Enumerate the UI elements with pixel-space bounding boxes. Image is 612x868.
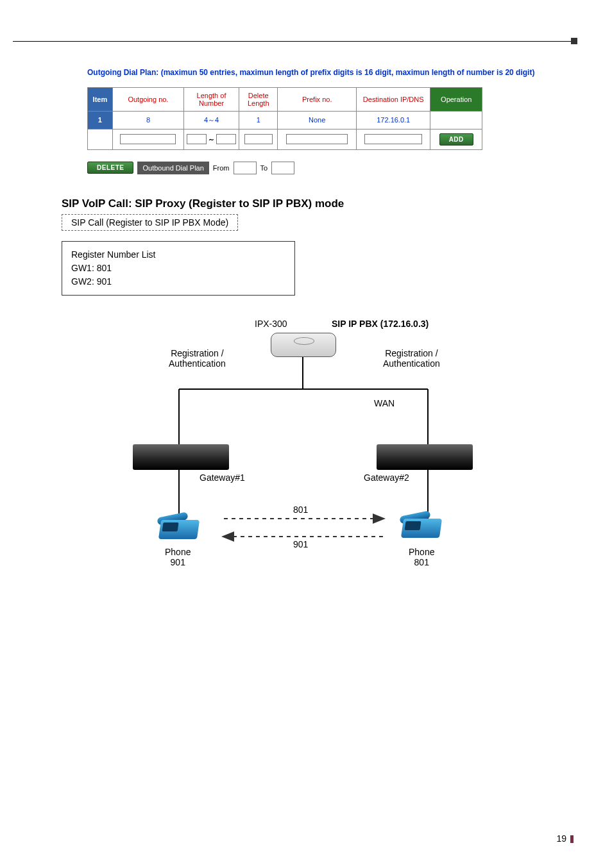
delete-button[interactable]: DELETE xyxy=(87,162,133,174)
add-button[interactable]: ADD xyxy=(439,133,473,146)
col-length: Length of Number xyxy=(184,87,239,111)
col-dest: Destination IP/DNS xyxy=(356,87,430,111)
length-min-input[interactable] xyxy=(187,134,207,144)
cell-dest: 172.16.0.1 xyxy=(356,111,430,129)
col-item: Item xyxy=(88,87,113,111)
col-outgoing: Outgoing no. xyxy=(112,87,183,111)
outgoing-input[interactable] xyxy=(120,134,176,144)
pbx-device-icon xyxy=(271,333,336,357)
cell-length: 4～4 xyxy=(184,111,239,129)
delete-length-input[interactable] xyxy=(244,134,273,144)
to-label: To xyxy=(260,164,268,172)
num-901: 901 xyxy=(293,539,308,549)
col-operation: Operation xyxy=(430,87,482,111)
prefix-input[interactable] xyxy=(286,134,348,144)
reg-auth-right: Registration / Authentication xyxy=(383,348,440,369)
delete-range-controls: DELETE Outbound Dial Plan From To xyxy=(87,162,548,174)
phone1-icon xyxy=(160,520,201,543)
cell-prefix: None xyxy=(278,111,357,129)
page-top-rule xyxy=(13,41,577,42)
gateway1-icon xyxy=(133,444,229,470)
cell-outgoing: 8 xyxy=(112,111,183,129)
col-delete: Delete Length xyxy=(239,87,277,111)
outbound-plan-label: Outbound Dial Plan xyxy=(137,162,208,174)
wan-label: WAN xyxy=(374,398,395,408)
reg-gw1: GW1: 801 xyxy=(71,262,285,275)
table-input-row: ～ ADD xyxy=(88,129,482,149)
length-max-input[interactable] xyxy=(216,134,236,144)
reg-list-title: Register Number List xyxy=(71,248,285,262)
sip-call-box: SIP Call (Register to SIP IP PBX Mode) xyxy=(62,214,238,231)
dial-plan-table: Item Outgoing no. Length of Number Delet… xyxy=(87,87,482,150)
table-header-row: Item Outgoing no. Length of Number Delet… xyxy=(88,87,482,111)
from-label: From xyxy=(213,164,230,172)
network-diagram: IPX-300 SIP IP PBX (172.16.0.3) Registra… xyxy=(101,319,511,594)
destination-input[interactable] xyxy=(364,134,423,144)
from-input[interactable] xyxy=(234,162,257,174)
cell-delete: 1 xyxy=(239,111,277,129)
gw2-label: Gateway#2 xyxy=(364,472,409,483)
table-row: 1 8 4～4 1 None 172.16.0.1 xyxy=(88,111,482,129)
reg-auth-left: Registration / Authentication xyxy=(169,348,226,369)
col-prefix: Prefix no. xyxy=(278,87,357,111)
gw1-label: Gateway#1 xyxy=(200,472,245,483)
pbx-label: SIP IP PBX (172.16.0.3) xyxy=(332,319,429,329)
reg-gw2: GW2: 901 xyxy=(71,275,285,288)
phone1-label: Phone 901 xyxy=(165,547,191,567)
phone2-label: Phone 801 xyxy=(409,547,434,567)
to-input[interactable] xyxy=(271,162,294,174)
register-list-box: Register Number List GW1: 801 GW2: 901 xyxy=(62,241,295,296)
gateway2-icon xyxy=(377,444,473,470)
phone2-icon xyxy=(402,519,444,542)
tilde-separator: ～ xyxy=(208,135,215,144)
cell-item: 1 xyxy=(88,111,113,129)
ipx-label: IPX-300 xyxy=(255,319,287,329)
dial-plan-caption: Outgoing Dial Plan: (maximun 50 entries,… xyxy=(87,67,548,78)
section-heading: SIP VoIP Call: SIP Proxy (Register to SI… xyxy=(62,197,612,210)
num-801: 801 xyxy=(293,505,308,515)
